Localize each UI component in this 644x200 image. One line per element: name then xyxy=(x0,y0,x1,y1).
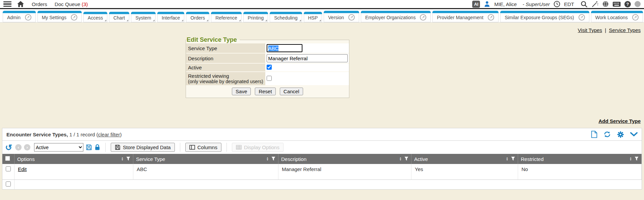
description-input[interactable] xyxy=(267,54,348,62)
column-header-description[interactable]: Description▲▼ xyxy=(278,154,411,164)
active-label: Active xyxy=(186,63,265,72)
row-select-cell xyxy=(2,164,15,179)
footer-select-cell xyxy=(2,179,15,189)
main-content: Visit Types | Service Types Edit Service… xyxy=(0,23,644,190)
service-types-link[interactable]: Service Types xyxy=(609,27,641,33)
tab-label: Chart xyxy=(113,15,125,21)
external-link-icon xyxy=(488,14,494,21)
tab-accent xyxy=(361,11,431,13)
hamburger-menu-icon[interactable] xyxy=(3,1,11,7)
tab-similar-exposure-groups-segs[interactable]: Similar Exposure Groups (SEGs) xyxy=(500,11,589,22)
chevron-down-icon[interactable] xyxy=(630,132,638,137)
undo-icon[interactable]: ↺ xyxy=(5,144,12,151)
table-body: EditABCManager ReferralYesNo xyxy=(2,164,642,189)
tab-access[interactable]: Access xyxy=(83,12,107,22)
tab-reference[interactable]: Reference xyxy=(211,12,242,22)
tab-label: Employer Organizations xyxy=(365,15,415,20)
visit-types-link[interactable]: Visit Types xyxy=(578,27,602,33)
tab-accent xyxy=(304,12,322,14)
footer-checkbox[interactable] xyxy=(6,181,11,187)
edit-link[interactable]: Edit xyxy=(18,166,27,172)
prev-page-icon[interactable]: ‹ xyxy=(15,144,22,151)
status-dot-icon xyxy=(635,1,641,7)
restricted-checkbox[interactable] xyxy=(267,76,272,81)
save-filter-icon[interactable] xyxy=(86,144,92,151)
tab-label: Access xyxy=(88,15,103,21)
next-page-icon[interactable]: › xyxy=(24,144,30,151)
filter-icon[interactable] xyxy=(635,156,639,162)
ai-button[interactable]: AI xyxy=(472,1,480,8)
row-checkbox[interactable] xyxy=(6,166,11,171)
table-head: Options▲▼Service Type▲▼Description▲▼Acti… xyxy=(2,154,642,164)
tab-employer-organizations[interactable]: Employer Organizations xyxy=(361,11,431,22)
column-header-options[interactable]: Options▲▼ xyxy=(15,154,133,164)
tab-version[interactable]: Version xyxy=(324,11,359,22)
add-service-type-link[interactable]: Add Service Type xyxy=(598,118,641,124)
cancel-button[interactable]: Cancel xyxy=(280,88,303,95)
clear-filter-link[interactable]: clear filter xyxy=(98,132,120,137)
tab-orders[interactable]: Orders xyxy=(186,12,209,22)
tab-scheduling[interactable]: Scheduling xyxy=(270,12,302,22)
help-icon[interactable]: ? xyxy=(624,1,631,7)
columns-icon xyxy=(189,145,195,150)
store-displayed-data-button[interactable]: Store Displayed Data xyxy=(111,143,175,152)
encounter-service-types-table: Options▲▼Service Type▲▼Description▲▼Acti… xyxy=(2,154,642,189)
select-all-checkbox[interactable] xyxy=(5,156,10,161)
tab-label: Scheduling xyxy=(274,15,297,21)
refresh-icon[interactable] xyxy=(603,131,611,138)
tab-my-settings[interactable]: My Settings xyxy=(37,11,82,22)
filter-icon[interactable] xyxy=(511,156,515,162)
tab-work-locations[interactable]: Work Locations xyxy=(591,11,643,22)
tab-chart[interactable]: Chart xyxy=(109,12,129,22)
service-type-input[interactable]: ABC xyxy=(267,44,302,52)
tab-hsp[interactable]: HSP xyxy=(304,12,322,22)
external-link-icon xyxy=(632,14,639,21)
sort-icon[interactable]: ▲▼ xyxy=(506,157,508,161)
menu-item-doc-queue[interactable]: Doc Queue (3) xyxy=(55,1,88,7)
breadcrumb: Visit Types | Service Types xyxy=(0,27,644,33)
tab-accent xyxy=(157,12,184,14)
reset-button[interactable]: Reset xyxy=(255,88,275,95)
tab-provider-management[interactable]: Provider Management xyxy=(432,11,499,22)
column-header-label: Restricted xyxy=(521,156,544,162)
column-header-active[interactable]: Active▲▼ xyxy=(411,154,518,164)
columns-button[interactable]: Columns xyxy=(185,143,221,152)
sort-icon[interactable]: ▲▼ xyxy=(121,157,124,161)
clock-icon[interactable] xyxy=(554,1,560,7)
filter-icon[interactable] xyxy=(126,156,130,162)
tab-body: Access xyxy=(83,14,107,22)
column-header-restricted[interactable]: Restricted▲▼ xyxy=(518,154,642,164)
keyboard-icon[interactable] xyxy=(613,1,621,7)
save-button[interactable]: Save xyxy=(232,88,251,95)
cell-restricted: No xyxy=(518,164,642,179)
search-icon[interactable] xyxy=(581,1,588,8)
tab-accent xyxy=(37,11,82,13)
footer-empty-cell xyxy=(15,179,642,189)
topbar-menu: OrdersDoc Queue (3) xyxy=(32,1,88,7)
wand-icon[interactable] xyxy=(591,1,598,8)
tab-interface[interactable]: Interface xyxy=(157,12,184,22)
tab-body: Printing xyxy=(243,14,268,22)
tab-system[interactable]: System xyxy=(131,12,156,22)
menu-item-orders[interactable]: Orders xyxy=(32,1,47,7)
gear-icon[interactable] xyxy=(617,131,624,138)
sort-icon[interactable]: ▲▼ xyxy=(629,157,632,161)
active-checkbox[interactable] xyxy=(267,65,272,70)
status-filter-select[interactable]: Active xyxy=(34,143,83,152)
column-header-service-type[interactable]: Service Type▲▼ xyxy=(133,154,278,164)
sort-icon[interactable]: ▲▼ xyxy=(266,157,269,161)
user-role: - SuperUser xyxy=(522,1,550,7)
globe-icon[interactable] xyxy=(602,1,609,7)
form-title: Edit Service Type xyxy=(187,36,240,43)
user-icon[interactable] xyxy=(484,1,490,7)
home-icon[interactable] xyxy=(17,1,24,7)
lock-icon[interactable] xyxy=(95,144,100,151)
tab-body: My Settings xyxy=(37,13,82,22)
tab-admin[interactable]: Admin xyxy=(3,11,36,22)
external-link-icon xyxy=(348,14,355,21)
sort-icon[interactable]: ▲▼ xyxy=(399,157,402,161)
new-document-icon[interactable] xyxy=(591,131,597,138)
filter-icon[interactable] xyxy=(271,156,275,162)
filter-icon[interactable] xyxy=(404,156,408,162)
tab-printing[interactable]: Printing xyxy=(243,12,268,22)
